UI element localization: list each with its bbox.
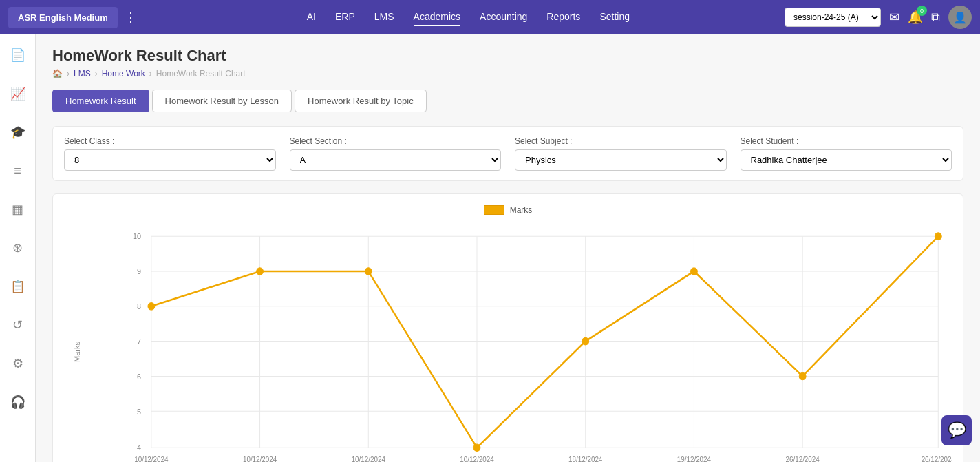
student-filter-label: Select Student : — [741, 136, 952, 146]
sidebar: 📄 📈 🎓 ≡ ▦ ⊛ 📋 ↺ ⚙ 🎧 — [0, 34, 36, 462]
svg-text:10/12/2024: 10/12/2024 — [134, 456, 169, 462]
chart-svg-area: 10 9 8 7 6 5 4 10/12/2024 10/12/2024 10/… — [97, 222, 952, 462]
chart-container: Marks Marks — [52, 193, 963, 462]
sidebar-headset-icon[interactable]: 🎧 — [6, 390, 30, 414]
nav-ai[interactable]: AI — [307, 8, 316, 26]
breadcrumb-current: HomeWork Result Chart — [156, 69, 246, 78]
subject-filter-group: Select Subject : Physics Chemistry Mathe… — [515, 136, 727, 171]
svg-text:10: 10 — [133, 232, 141, 240]
sidebar-chart-icon[interactable]: 📈 — [6, 81, 30, 106]
main-content: HomeWork Result Chart 🏠 › LMS › Home Wor… — [36, 34, 980, 462]
class-filter-label: Select Class : — [64, 136, 276, 146]
top-navigation: ASR English Medium ⋮ AI ERP LMS Academic… — [0, 0, 980, 34]
top-nav-right: session-24-25 (A) ✉ 🔔 0 ⧉ 👤 — [785, 6, 972, 29]
section-select[interactable]: A B C — [290, 149, 502, 171]
subject-select[interactable]: Physics Chemistry Mathematics Biology — [515, 149, 727, 171]
layers-icon[interactable]: ⧉ — [931, 10, 940, 25]
nav-erp[interactable]: ERP — [335, 8, 355, 26]
class-select[interactable]: 8 7 9 10 — [64, 149, 276, 171]
notification-count: 0 — [917, 6, 927, 16]
home-icon[interactable]: 🏠 — [52, 69, 63, 78]
breadcrumb-sep3: › — [149, 69, 152, 78]
svg-text:4: 4 — [137, 443, 141, 452]
tab-bar: Homework Result Homework Result by Lesso… — [52, 90, 963, 112]
filter-bar: Select Class : 8 7 9 10 Select Section :… — [52, 126, 963, 181]
svg-text:26/12/2024: 26/12/2024 — [922, 456, 952, 462]
svg-text:10/12/2024: 10/12/2024 — [460, 456, 494, 462]
sidebar-graduation-icon[interactable]: 🎓 — [6, 120, 30, 145]
chart-legend: Marks — [64, 205, 952, 215]
data-point-5[interactable] — [582, 337, 589, 345]
nav-academics[interactable]: Academics — [414, 8, 460, 26]
data-point-6[interactable] — [691, 268, 698, 275]
tab-homework-result[interactable]: Homework Result — [52, 90, 149, 112]
svg-text:7: 7 — [137, 337, 141, 346]
tab-homework-result-by-topic[interactable]: Homework Result by Topic — [295, 90, 427, 112]
section-filter-label: Select Section : — [290, 136, 502, 146]
nav-lms[interactable]: LMS — [374, 8, 394, 26]
page-title: HomeWork Result Chart — [52, 47, 963, 65]
tab-homework-result-by-lesson[interactable]: Homework Result by Lesson — [152, 90, 292, 112]
data-point-3[interactable] — [365, 268, 372, 275]
nav-links: AI ERP LMS Academics Accounting Reports … — [152, 8, 785, 26]
data-point-1[interactable] — [148, 303, 155, 311]
svg-text:26/12/2024: 26/12/2024 — [785, 456, 820, 462]
legend-label: Marks — [510, 205, 533, 215]
data-point-4[interactable] — [473, 444, 480, 452]
user-avatar[interactable]: 👤 — [948, 6, 972, 29]
breadcrumb-homework[interactable]: Home Work — [102, 69, 145, 78]
session-select[interactable]: session-24-25 (A) — [785, 8, 881, 27]
nav-setting[interactable]: Setting — [599, 8, 630, 26]
svg-text:6: 6 — [137, 372, 141, 380]
data-point-7[interactable] — [799, 372, 806, 380]
breadcrumb: 🏠 › LMS › Home Work › HomeWork Result Ch… — [52, 69, 963, 78]
legend-color-box — [484, 205, 504, 215]
svg-text:18/12/2024: 18/12/2024 — [568, 456, 603, 462]
brand-logo: ASR English Medium — [8, 7, 118, 28]
svg-text:10/12/2024: 10/12/2024 — [243, 456, 277, 462]
sidebar-history-icon[interactable]: ↺ — [6, 313, 30, 337]
breadcrumb-lms[interactable]: LMS — [74, 69, 91, 78]
sidebar-document-icon[interactable]: 📄 — [6, 43, 30, 67]
nav-accounting[interactable]: Accounting — [480, 8, 527, 26]
svg-text:8: 8 — [137, 302, 141, 311]
nav-reports[interactable]: Reports — [546, 8, 580, 26]
svg-text:10/12/2024: 10/12/2024 — [352, 456, 386, 462]
data-point-8[interactable] — [935, 233, 941, 240]
y-axis-label: Marks — [73, 342, 81, 362]
class-filter-group: Select Class : 8 7 9 10 — [64, 136, 276, 171]
sidebar-clipboard-icon[interactable]: 📋 — [6, 274, 30, 299]
data-point-2[interactable] — [257, 268, 264, 275]
student-filter-group: Select Student : Radhika Chatterjee Othe… — [741, 136, 952, 171]
breadcrumb-sep: › — [67, 69, 70, 78]
chart-line — [151, 236, 938, 448]
support-button[interactable]: 💬 — [941, 415, 972, 445]
section-filter-group: Select Section : A B C — [290, 136, 502, 171]
svg-text:5: 5 — [137, 407, 141, 415]
student-select[interactable]: Radhika Chatterjee Other Student — [741, 149, 952, 171]
mail-icon[interactable]: ✉ — [889, 10, 899, 25]
more-options-button[interactable]: ⋮ — [125, 10, 138, 25]
bell-icon[interactable]: 🔔 0 — [908, 10, 923, 25]
line-chart-svg: 10 9 8 7 6 5 4 10/12/2024 10/12/2024 10/… — [97, 222, 952, 462]
sidebar-settings-icon[interactable]: ⚙ — [6, 351, 30, 376]
sidebar-list-icon[interactable]: ≡ — [6, 158, 30, 183]
subject-filter-label: Select Subject : — [515, 136, 727, 146]
sidebar-grid-icon[interactable]: ▦ — [6, 197, 30, 222]
svg-text:19/12/2024: 19/12/2024 — [677, 456, 712, 462]
sidebar-fingerprint-icon[interactable]: ⊛ — [6, 235, 30, 260]
breadcrumb-sep2: › — [95, 69, 98, 78]
svg-text:9: 9 — [137, 267, 141, 275]
